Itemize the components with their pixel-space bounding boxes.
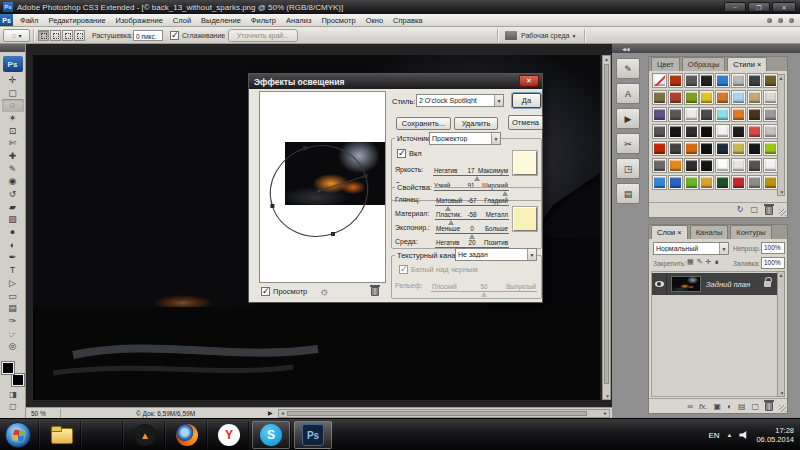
close-button[interactable]: ✕	[772, 2, 796, 12]
style-swatch[interactable]	[669, 125, 682, 138]
scrollbar-thumb[interactable]	[604, 64, 609, 384]
adjustment-layer-icon[interactable]: ◐	[727, 402, 732, 411]
style-swatch[interactable]	[669, 176, 682, 189]
no-style-icon[interactable]: ↻	[737, 205, 744, 215]
slider-track[interactable]: НегативПозитив20	[435, 238, 509, 248]
preview-toggle[interactable]: Просмотр	[261, 287, 307, 296]
palette-drag-bar[interactable]	[0, 44, 25, 52]
slice-tool[interactable]: ✄	[2, 137, 24, 150]
minimize-button[interactable]: –	[724, 2, 746, 12]
clock[interactable]: 17:28 06.05.2014	[756, 426, 794, 444]
new-style-icon[interactable]: ▢	[750, 205, 758, 215]
visibility-toggle[interactable]	[652, 273, 667, 295]
light-on-toggle[interactable]: Вкл	[397, 149, 422, 158]
brush-tool[interactable]: ✎	[2, 163, 24, 176]
rectangular-marquee-tool[interactable]: ▢	[2, 87, 24, 100]
style-swatch[interactable]	[764, 159, 777, 172]
clone-stamp-tool[interactable]: ◉	[2, 176, 24, 189]
type-tool[interactable]: T	[2, 264, 24, 277]
style-swatch[interactable]	[700, 142, 713, 155]
style-swatch[interactable]	[716, 108, 729, 121]
quick-mask-button[interactable]: ◨	[0, 390, 26, 399]
tab-каналы[interactable]: Каналы	[690, 225, 729, 239]
lock-transparency-icon[interactable]: ▦	[687, 258, 694, 266]
style-swatch[interactable]	[748, 176, 761, 189]
panel-button-tool-presets[interactable]: ✂	[616, 133, 640, 154]
slider-track[interactable]: НегативМаксимум17	[433, 166, 509, 176]
ok-button[interactable]: Да	[512, 93, 541, 108]
hand-tool[interactable]: ☞	[2, 328, 24, 341]
panel-button-clone-source[interactable]: ◳	[616, 158, 640, 179]
style-swatch[interactable]	[732, 125, 745, 138]
pen-tool[interactable]: ✒	[2, 252, 24, 265]
style-swatch[interactable]	[716, 91, 729, 104]
style-swatch[interactable]	[653, 91, 666, 104]
style-swatch[interactable]	[685, 125, 698, 138]
style-swatch[interactable]	[685, 74, 698, 87]
layer-style-icon[interactable]: fx.	[699, 402, 707, 411]
slider-track[interactable]: ПлоскийВыпуклый50	[431, 282, 537, 292]
taskbar-world-of-tanks-button[interactable]	[84, 421, 122, 449]
style-swatch[interactable]	[764, 142, 777, 155]
vertical-scrollbar[interactable]: ▲▼	[602, 55, 611, 400]
screen-mode-button[interactable]: ▢	[0, 402, 26, 411]
style-swatch[interactable]	[764, 74, 777, 87]
style-swatch[interactable]	[700, 176, 713, 189]
doc-close-icon[interactable]	[789, 18, 794, 23]
antialias-checkbox[interactable]	[170, 31, 179, 40]
eyedropper-tool[interactable]: ✑	[2, 315, 24, 328]
panel-button-actions[interactable]: ▶	[616, 108, 640, 129]
style-swatch[interactable]	[685, 142, 698, 155]
style-swatch[interactable]	[700, 159, 713, 172]
on-checkbox[interactable]	[397, 149, 406, 158]
window-titlebar[interactable]: Ps Adobe Photoshop CS3 Extended - [© bac…	[0, 0, 800, 14]
delete-layer-icon[interactable]	[765, 402, 773, 411]
gradient-tool[interactable]: ▨	[2, 214, 24, 227]
light-color-swatch[interactable]	[513, 151, 537, 175]
menu-item[interactable]: Слой	[168, 14, 196, 27]
slider-track[interactable]: Пластик.Металл-58	[435, 210, 509, 220]
feather-input[interactable]: 0 пикс.	[133, 30, 163, 41]
style-swatch[interactable]	[653, 159, 666, 172]
blend-mode-dropdown[interactable]: Нормальный ▼	[653, 242, 729, 255]
lock-pixels-icon[interactable]: ✎	[697, 258, 703, 266]
taskbar-firefox-button[interactable]	[168, 421, 206, 449]
style-swatch[interactable]	[653, 142, 666, 155]
style-swatch[interactable]	[748, 74, 761, 87]
menu-item[interactable]: Изображение	[111, 14, 168, 27]
fill-value[interactable]: 100%	[761, 257, 785, 269]
style-swatch[interactable]	[716, 74, 729, 87]
collapse-dock-icon[interactable]: ◀◀	[622, 46, 630, 52]
style-swatch[interactable]	[732, 142, 745, 155]
shape-tool[interactable]: ▭	[2, 290, 24, 303]
white-is-high-checkbox[interactable]	[399, 265, 408, 274]
style-swatch[interactable]	[685, 176, 698, 189]
tab-цвет[interactable]: Цвет	[651, 57, 680, 71]
style-swatch[interactable]	[700, 91, 713, 104]
resize-grip[interactable]	[779, 209, 786, 216]
style-swatch[interactable]	[732, 176, 745, 189]
style-swatch[interactable]	[669, 74, 682, 87]
layers-scrollbar[interactable]: ▲▼	[777, 271, 785, 397]
document-icon[interactable]: Ps	[0, 14, 13, 26]
style-swatch[interactable]	[748, 125, 761, 138]
light-type-dropdown[interactable]: Прожектор ▼	[429, 132, 501, 145]
mode-intersect-button[interactable]	[74, 30, 85, 41]
lock-position-icon[interactable]: ✛	[706, 258, 712, 266]
style-swatch[interactable]	[764, 108, 777, 121]
lock-all-icon[interactable]: ∎	[714, 258, 718, 266]
panel-button-character[interactable]: A	[616, 83, 640, 104]
mode-new-selection-button[interactable]	[38, 30, 49, 41]
style-swatch[interactable]	[669, 108, 682, 121]
restore-button[interactable]: ❐	[748, 2, 770, 12]
taskbar-photoshop-button[interactable]: Ps	[294, 421, 332, 449]
refine-edge-button[interactable]: Уточнить край...	[228, 29, 298, 42]
menu-item[interactable]: Файл	[15, 14, 43, 27]
delete-light-icon[interactable]	[371, 287, 379, 296]
style-swatch[interactable]	[732, 74, 745, 87]
style-swatch[interactable]	[700, 125, 713, 138]
style-swatch[interactable]	[748, 142, 761, 155]
tool-preset-picker[interactable]: ◌ ▾	[3, 29, 30, 42]
style-swatch[interactable]	[700, 108, 713, 121]
style-swatch[interactable]	[764, 176, 777, 189]
